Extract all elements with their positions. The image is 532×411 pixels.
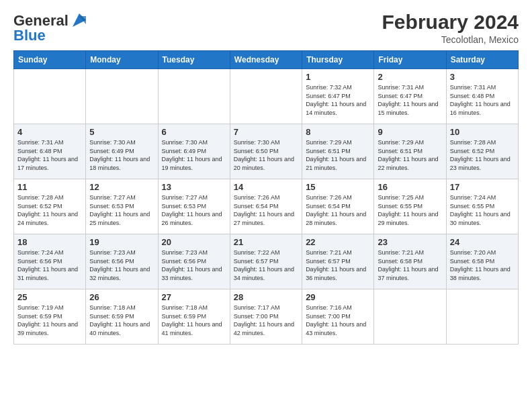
- day-info: Sunrise: 7:22 AM Sunset: 6:57 PM Dayligh…: [234, 248, 298, 282]
- calendar-cell: [14, 69, 86, 124]
- calendar-week-1: 1Sunrise: 7:32 AM Sunset: 6:47 PM Daylig…: [14, 69, 519, 124]
- header-saturday: Saturday: [446, 51, 518, 69]
- calendar-cell: [86, 69, 158, 124]
- calendar-cell: 17Sunrise: 7:24 AM Sunset: 6:55 PM Dayli…: [446, 179, 518, 234]
- title-area: February 2024 Tecolotlan, Mexico: [382, 11, 519, 45]
- calendar-cell: 27Sunrise: 7:18 AM Sunset: 6:59 PM Dayli…: [158, 289, 230, 345]
- day-number: 25: [17, 292, 82, 302]
- day-number: 3: [450, 72, 515, 82]
- day-info: Sunrise: 7:29 AM Sunset: 6:51 PM Dayligh…: [378, 138, 442, 172]
- day-number: 9: [378, 127, 442, 137]
- day-number: 7: [234, 127, 298, 137]
- calendar-week-3: 11Sunrise: 7:28 AM Sunset: 6:52 PM Dayli…: [14, 179, 519, 234]
- calendar-cell: 5Sunrise: 7:30 AM Sunset: 6:49 PM Daylig…: [86, 124, 158, 179]
- calendar-cell: 13Sunrise: 7:27 AM Sunset: 6:53 PM Dayli…: [158, 179, 230, 234]
- day-info: Sunrise: 7:27 AM Sunset: 6:53 PM Dayligh…: [89, 193, 154, 227]
- calendar-header-row: Sunday Monday Tuesday Wednesday Thursday…: [14, 51, 519, 69]
- day-info: Sunrise: 7:30 AM Sunset: 6:49 PM Dayligh…: [162, 138, 226, 172]
- location: Tecolotlan, Mexico: [382, 34, 519, 45]
- day-info: Sunrise: 7:29 AM Sunset: 6:51 PM Dayligh…: [306, 138, 370, 172]
- day-info: Sunrise: 7:31 AM Sunset: 6:48 PM Dayligh…: [17, 138, 82, 172]
- day-number: 2: [378, 72, 442, 82]
- header-thursday: Thursday: [302, 51, 374, 69]
- day-info: Sunrise: 7:23 AM Sunset: 6:56 PM Dayligh…: [89, 248, 154, 282]
- day-info: Sunrise: 7:18 AM Sunset: 6:59 PM Dayligh…: [89, 304, 154, 337]
- day-info: Sunrise: 7:30 AM Sunset: 6:49 PM Dayligh…: [89, 138, 154, 172]
- day-number: 21: [234, 237, 298, 247]
- day-info: Sunrise: 7:18 AM Sunset: 6:59 PM Dayligh…: [162, 304, 226, 337]
- calendar-cell: 6Sunrise: 7:30 AM Sunset: 6:49 PM Daylig…: [158, 124, 230, 179]
- day-number: 24: [450, 237, 515, 247]
- day-number: 16: [378, 182, 442, 192]
- calendar-cell: 1Sunrise: 7:32 AM Sunset: 6:47 PM Daylig…: [302, 69, 374, 124]
- header-monday: Monday: [86, 51, 158, 69]
- day-info: Sunrise: 7:26 AM Sunset: 6:54 PM Dayligh…: [306, 193, 370, 227]
- calendar-cell: 23Sunrise: 7:21 AM Sunset: 6:58 PM Dayli…: [374, 234, 446, 289]
- calendar-cell: 4Sunrise: 7:31 AM Sunset: 6:48 PM Daylig…: [14, 124, 86, 179]
- day-number: 12: [89, 182, 154, 192]
- page: General Blue February 2024 Tecolotlan, M…: [0, 0, 532, 411]
- calendar-cell: 11Sunrise: 7:28 AM Sunset: 6:52 PM Dayli…: [14, 179, 86, 234]
- day-info: Sunrise: 7:21 AM Sunset: 6:58 PM Dayligh…: [378, 248, 442, 282]
- calendar-cell: 8Sunrise: 7:29 AM Sunset: 6:51 PM Daylig…: [302, 124, 374, 179]
- day-info: Sunrise: 7:19 AM Sunset: 6:59 PM Dayligh…: [17, 304, 82, 337]
- logo: General Blue: [13, 11, 89, 43]
- calendar-cell: [230, 69, 302, 124]
- day-number: 11: [17, 182, 82, 192]
- calendar-cell: 14Sunrise: 7:26 AM Sunset: 6:54 PM Dayli…: [230, 179, 302, 234]
- day-number: 28: [234, 292, 298, 302]
- calendar: Sunday Monday Tuesday Wednesday Thursday…: [13, 50, 519, 345]
- day-number: 27: [162, 292, 226, 302]
- day-info: Sunrise: 7:16 AM Sunset: 7:00 PM Dayligh…: [306, 304, 370, 337]
- calendar-cell: 12Sunrise: 7:27 AM Sunset: 6:53 PM Dayli…: [86, 179, 158, 234]
- day-info: Sunrise: 7:17 AM Sunset: 7:00 PM Dayligh…: [234, 304, 298, 337]
- day-number: 26: [89, 292, 154, 302]
- calendar-cell: 21Sunrise: 7:22 AM Sunset: 6:57 PM Dayli…: [230, 234, 302, 289]
- calendar-cell: 20Sunrise: 7:23 AM Sunset: 6:56 PM Dayli…: [158, 234, 230, 289]
- calendar-cell: 26Sunrise: 7:18 AM Sunset: 6:59 PM Dayli…: [86, 289, 158, 345]
- calendar-cell: 22Sunrise: 7:21 AM Sunset: 6:57 PM Dayli…: [302, 234, 374, 289]
- logo-general: General: [13, 13, 69, 28]
- header-sunday: Sunday: [14, 51, 86, 69]
- day-number: 13: [162, 182, 226, 192]
- day-info: Sunrise: 7:31 AM Sunset: 6:48 PM Dayligh…: [450, 83, 515, 117]
- header-friday: Friday: [374, 51, 446, 69]
- day-number: 14: [234, 182, 298, 192]
- calendar-cell: 29Sunrise: 7:16 AM Sunset: 7:00 PM Dayli…: [302, 289, 374, 345]
- calendar-cell: [446, 289, 518, 345]
- day-number: 6: [162, 127, 226, 137]
- header: General Blue February 2024 Tecolotlan, M…: [13, 11, 519, 45]
- calendar-week-4: 18Sunrise: 7:24 AM Sunset: 6:56 PM Dayli…: [14, 234, 519, 289]
- calendar-cell: 19Sunrise: 7:23 AM Sunset: 6:56 PM Dayli…: [86, 234, 158, 289]
- day-info: Sunrise: 7:28 AM Sunset: 6:52 PM Dayligh…: [17, 193, 82, 227]
- calendar-cell: 24Sunrise: 7:20 AM Sunset: 6:58 PM Dayli…: [446, 234, 518, 289]
- day-info: Sunrise: 7:31 AM Sunset: 6:47 PM Dayligh…: [378, 83, 442, 117]
- day-info: Sunrise: 7:32 AM Sunset: 6:47 PM Dayligh…: [306, 83, 370, 117]
- day-number: 19: [89, 237, 154, 247]
- calendar-week-2: 4Sunrise: 7:31 AM Sunset: 6:48 PM Daylig…: [14, 124, 519, 179]
- day-number: 15: [306, 182, 370, 192]
- day-number: 18: [17, 237, 82, 247]
- day-info: Sunrise: 7:25 AM Sunset: 6:55 PM Dayligh…: [378, 193, 442, 227]
- day-number: 5: [89, 127, 154, 137]
- month-title: February 2024: [382, 11, 519, 33]
- header-tuesday: Tuesday: [158, 51, 230, 69]
- day-number: 17: [450, 182, 515, 192]
- day-number: 20: [162, 237, 226, 247]
- day-number: 22: [306, 237, 370, 247]
- calendar-cell: 25Sunrise: 7:19 AM Sunset: 6:59 PM Dayli…: [14, 289, 86, 345]
- logo-blue: Blue: [13, 28, 46, 43]
- day-number: 10: [450, 127, 515, 137]
- day-info: Sunrise: 7:24 AM Sunset: 6:55 PM Dayligh…: [450, 193, 515, 227]
- day-number: 1: [306, 72, 370, 82]
- calendar-cell: 3Sunrise: 7:31 AM Sunset: 6:48 PM Daylig…: [446, 69, 518, 124]
- calendar-cell: 10Sunrise: 7:28 AM Sunset: 6:52 PM Dayli…: [446, 124, 518, 179]
- day-info: Sunrise: 7:21 AM Sunset: 6:57 PM Dayligh…: [306, 248, 370, 282]
- calendar-week-5: 25Sunrise: 7:19 AM Sunset: 6:59 PM Dayli…: [14, 289, 519, 345]
- day-info: Sunrise: 7:28 AM Sunset: 6:52 PM Dayligh…: [450, 138, 515, 172]
- logo-icon: [70, 11, 89, 30]
- calendar-cell: 16Sunrise: 7:25 AM Sunset: 6:55 PM Dayli…: [374, 179, 446, 234]
- calendar-cell: 2Sunrise: 7:31 AM Sunset: 6:47 PM Daylig…: [374, 69, 446, 124]
- calendar-cell: 28Sunrise: 7:17 AM Sunset: 7:00 PM Dayli…: [230, 289, 302, 345]
- calendar-cell: [158, 69, 230, 124]
